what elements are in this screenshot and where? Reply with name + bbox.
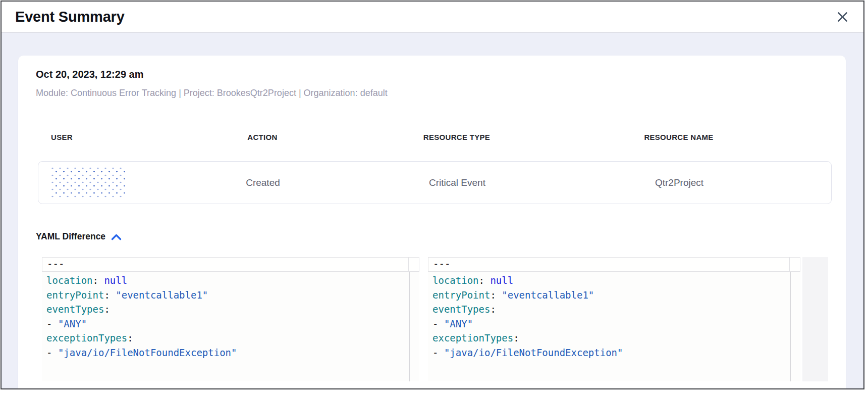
- yaml-code-line: - "java/io/FileNotFoundException": [432, 346, 790, 360]
- yaml-difference-toggle[interactable]: YAML Difference: [36, 231, 122, 242]
- yaml-code-line: eventTypes:: [432, 302, 790, 317]
- editor-scrollbar-track[interactable]: [790, 272, 800, 381]
- close-button[interactable]: [835, 9, 850, 25]
- yaml-code-line: entryPoint: "eventcallable1": [432, 288, 790, 303]
- action-cell: Created: [180, 177, 346, 188]
- column-header-action: ACTION: [179, 133, 346, 141]
- event-card: Oct 20, 2023, 12:29 am Module: Continuou…: [18, 56, 846, 388]
- event-meta: Module: Continuous Error Tracking | Proj…: [36, 88, 846, 98]
- table-row: Created Critical Event Qtr2Project: [38, 161, 832, 204]
- yaml-diff-view: --- location: nullentryPoint: "eventcall…: [42, 257, 846, 381]
- event-summary-modal: Event Summary Oct 20, 2023, 12:29 am Mod…: [1, 1, 864, 389]
- yaml-code-line: location: null: [432, 273, 790, 288]
- page-title: Event Summary: [15, 9, 125, 25]
- merge-view-scrollbar[interactable]: [802, 257, 828, 381]
- redacted-user-pattern: [51, 167, 126, 199]
- event-table-header: USER ACTION RESOURCE TYPE RESOURCE NAME: [38, 133, 832, 141]
- yaml-code-line: - "ANY": [432, 317, 790, 331]
- user-cell: [38, 167, 180, 199]
- yaml-editor-right[interactable]: --- location: nullentryPoint: "eventcall…: [428, 257, 800, 381]
- editor-scrollbar-cap: [790, 258, 800, 271]
- modal-body: Oct 20, 2023, 12:29 am Module: Continuou…: [2, 33, 863, 388]
- resource-name-cell: Qtr2Project: [568, 177, 790, 188]
- editor-scrollbar-cap: [409, 258, 419, 271]
- yaml-code-line: exceptionTypes:: [432, 331, 790, 346]
- yaml-editor-left[interactable]: --- location: nullentryPoint: "eventcall…: [42, 257, 419, 381]
- yaml-code-line: location: null: [46, 273, 409, 288]
- yaml-code-line: eventTypes:: [46, 302, 409, 317]
- yaml-doc-start-line: ---: [42, 257, 419, 272]
- yaml-doc-start-line: ---: [428, 257, 800, 272]
- close-icon: [837, 11, 848, 23]
- yaml-code-line: exceptionTypes:: [46, 331, 409, 346]
- yaml-difference-label: YAML Difference: [36, 231, 105, 242]
- column-header-resource-name: RESOURCE NAME: [568, 133, 790, 141]
- yaml-code-line: - "java/io/FileNotFoundException": [46, 346, 409, 360]
- event-timestamp: Oct 20, 2023, 12:29 am: [36, 69, 846, 80]
- yaml-code-line: entryPoint: "eventcallable1": [46, 288, 409, 303]
- modal-header: Event Summary: [2, 2, 863, 33]
- column-header-resource-type: RESOURCE TYPE: [346, 133, 568, 141]
- column-header-user: USER: [38, 133, 179, 141]
- chevron-up-icon: [111, 233, 122, 241]
- editor-scrollbar-track[interactable]: [409, 272, 419, 381]
- resource-type-cell: Critical Event: [346, 177, 568, 188]
- yaml-code-line: - "ANY": [46, 317, 409, 331]
